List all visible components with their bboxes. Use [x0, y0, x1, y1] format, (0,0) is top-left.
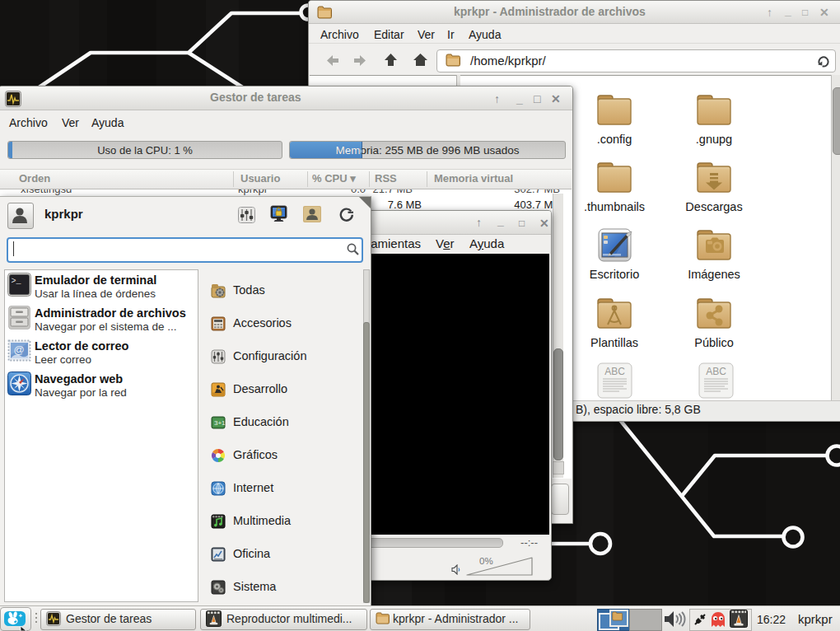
svg-text:3+1: 3+1 [214, 419, 226, 427]
svg-text:>_: >_ [12, 277, 22, 286]
svg-text:@: @ [14, 344, 25, 356]
svg-text:ABC: ABC [706, 366, 726, 377]
svg-text:ABC: ABC [604, 366, 625, 377]
